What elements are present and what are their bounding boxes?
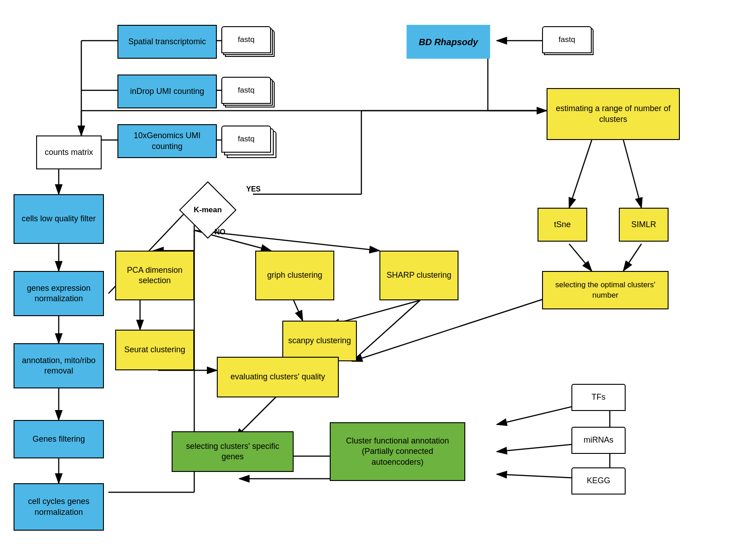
graph-node: griph clustering: [255, 251, 334, 300]
tsne-node: tSne: [538, 208, 587, 242]
fastq-label-2: fastq: [221, 77, 271, 104]
tfs-node: TFs: [571, 384, 626, 411]
annotation-node: annotation, mito/ribo removal: [14, 343, 104, 388]
scanpy-node: scanpy clustering: [282, 321, 357, 361]
simlr-node: SIMLR: [619, 208, 669, 242]
no-label: NO: [215, 228, 225, 236]
fastq-stack-3: fastq: [221, 126, 273, 162]
fastq-stack-4: fastq: [542, 26, 594, 60]
svg-line-35: [294, 300, 303, 321]
mirnas-node: miRNAs: [571, 427, 626, 454]
svg-line-23: [623, 140, 641, 208]
pca-node: PCA dimension selection: [115, 251, 194, 300]
optimal-clusters-node: selecting the optimal clusters' number: [542, 271, 669, 309]
kmean-label: K-mean: [190, 205, 226, 215]
svg-line-39: [352, 300, 420, 361]
svg-line-26: [352, 298, 547, 361]
counts-matrix-node: counts matrix: [36, 135, 102, 169]
fastq-label-1: fastq: [221, 26, 271, 53]
yes-label: YES: [246, 185, 261, 193]
kmean-diamond: K-mean: [172, 185, 244, 235]
genomics-node: 10xGenomics UMI counting: [117, 124, 217, 158]
fastq-label-4: fastq: [542, 26, 592, 53]
bd-rhapsody-node: BD Rhapsody: [407, 25, 490, 59]
fastq-label-3: fastq: [221, 126, 271, 153]
fastq-stack-1: fastq: [221, 26, 273, 60]
diagram: fastq fastq fastq fastq Spatial transcri…: [0, 0, 739, 560]
select-genes-node: selecting clusters' specific genes: [172, 431, 294, 472]
cell-cycles-node: cell cycles genes normalization: [14, 483, 104, 531]
genes-norm-node: genes expression normalization: [14, 271, 104, 316]
indrop-node: inDrop UMI counting: [117, 75, 217, 108]
cells-filter-node: cells low quality filter: [14, 194, 104, 244]
cluster-annotation-node: Cluster functional annotation (Partially…: [330, 422, 465, 481]
genes-filter-node: Genes filtering: [14, 420, 104, 458]
eval-clusters-node: evaluating clusters' quality: [217, 357, 339, 397]
svg-line-24: [569, 244, 592, 271]
svg-line-22: [569, 140, 592, 208]
fastq-stack-2: fastq: [221, 77, 273, 111]
kegg-node: KEGG: [571, 467, 626, 495]
seurat-node: Seurat clustering: [115, 330, 194, 370]
svg-line-25: [623, 244, 641, 271]
spatial-node: Spatial transcriptomic: [117, 25, 217, 59]
sharp-node: SHARP clustering: [379, 251, 458, 300]
estimating-node: estimating a range of number of clusters: [547, 88, 680, 140]
